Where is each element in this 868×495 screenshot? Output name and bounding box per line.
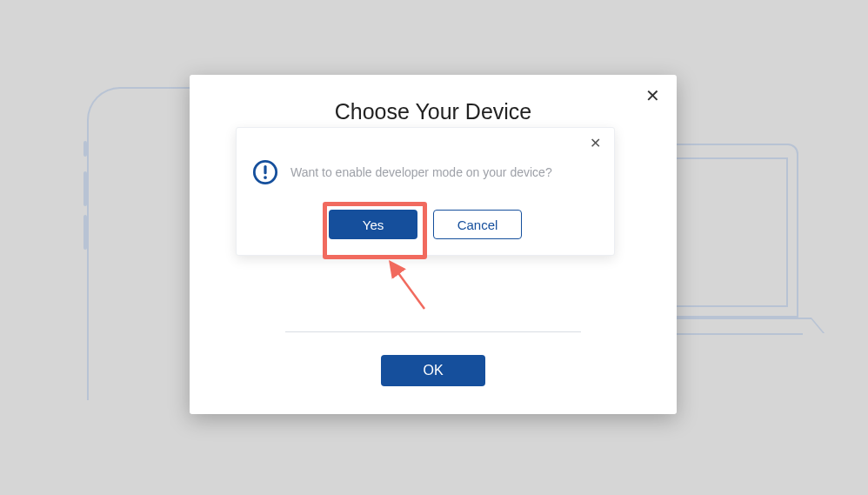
confirm-dialog: ✕ Want to enable developer mode on your … <box>236 127 615 256</box>
close-icon[interactable]: ✕ <box>588 137 602 151</box>
svg-point-2 <box>264 176 267 179</box>
phone-side-button <box>83 171 87 206</box>
close-icon[interactable]: ✕ <box>644 87 661 104</box>
phone-side-button <box>83 215 87 250</box>
cancel-button[interactable]: Cancel <box>433 210 522 239</box>
svg-rect-1 <box>264 165 266 174</box>
yes-button[interactable]: Yes <box>329 210 417 239</box>
exclamation-icon <box>252 159 278 185</box>
phone-side-button <box>83 141 87 157</box>
page-background: ✕ Choose Your Device ✕ Want to enable de… <box>0 0 868 495</box>
divider <box>285 331 581 332</box>
choose-device-modal: ✕ Choose Your Device ✕ Want to enable de… <box>190 75 677 414</box>
ok-button[interactable]: OK <box>381 355 485 386</box>
modal-title: Choose Your Device <box>214 99 652 124</box>
confirm-message: Want to enable developer mode on your de… <box>290 165 552 179</box>
